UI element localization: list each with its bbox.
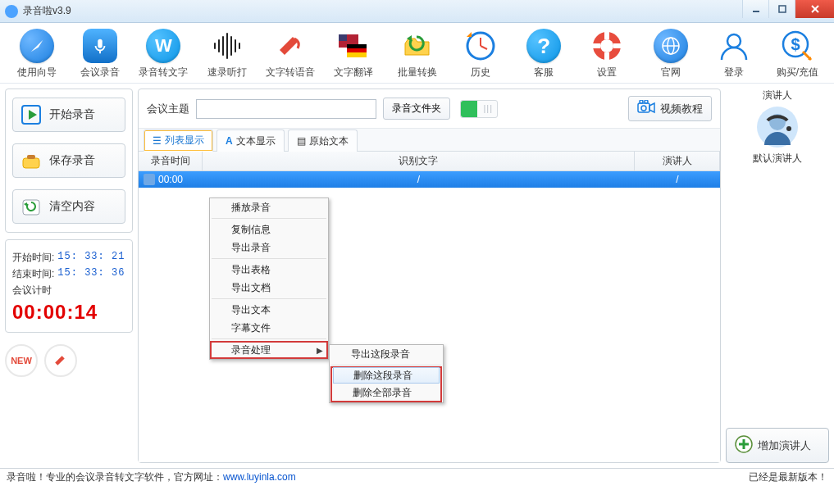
tool-settings[interactable]: 设置 bbox=[576, 26, 639, 81]
minimize-button[interactable] bbox=[742, 0, 768, 18]
ctx-export-segment[interactable]: 导出这段录音 bbox=[330, 345, 443, 363]
status-bar: 录音啦！专业的会议录音转文字软件，官方网址：www.luyinla.com 已经… bbox=[0, 468, 834, 486]
tool-guide[interactable]: 使用向导 bbox=[5, 26, 68, 81]
svg-rect-41 bbox=[27, 155, 35, 159]
main-toolbar: 使用向导 会议录音 W 录音转文字 速录听打 文字转语音 文字翻译 批量转换 历… bbox=[0, 23, 834, 84]
speaker-name: 默认演讲人 bbox=[726, 152, 829, 166]
context-submenu[interactable]: 导出这段录音 删除这段录音 删除全部录音 bbox=[329, 344, 444, 403]
svg-point-48 bbox=[641, 106, 646, 111]
ctx-export-text[interactable]: 导出文本 bbox=[210, 301, 328, 319]
megaphone-icon bbox=[272, 28, 308, 64]
clock-icon bbox=[463, 28, 499, 64]
speaker-avatar[interactable] bbox=[756, 106, 799, 148]
tool-support[interactable]: ? 客服 bbox=[513, 26, 576, 81]
ctx-copy[interactable]: 复制信息 bbox=[210, 220, 328, 238]
dollar-icon: $ bbox=[779, 28, 815, 64]
svg-rect-30 bbox=[613, 43, 622, 48]
svg-rect-27 bbox=[604, 31, 609, 39]
list-icon: ☰ bbox=[153, 135, 162, 147]
soundwave-icon bbox=[209, 28, 245, 64]
svg-marker-44 bbox=[55, 356, 65, 366]
subject-input[interactable] bbox=[196, 99, 376, 119]
context-menu[interactable]: 播放录音 复制信息 导出录音 导出表格 导出文档 导出文本 字幕文件 录音处理▶ bbox=[209, 198, 329, 360]
svg-line-3 bbox=[812, 6, 818, 12]
svg-rect-40 bbox=[23, 158, 39, 168]
title-bar: 录音啦v3.9 bbox=[0, 0, 834, 23]
announce-icon[interactable] bbox=[44, 344, 77, 377]
save-record-button[interactable]: 保存录音 bbox=[12, 143, 125, 178]
svg-point-46 bbox=[640, 100, 643, 103]
svg-point-26 bbox=[600, 39, 613, 52]
tool-history[interactable]: 历史 bbox=[449, 26, 512, 81]
doc-icon: ▤ bbox=[297, 135, 306, 147]
tab-raw[interactable]: ▤原始文本 bbox=[288, 129, 358, 152]
app-icon bbox=[5, 5, 18, 18]
status-version: 已经是最新版本！ bbox=[749, 470, 827, 484]
tool-translate[interactable]: 文字翻译 bbox=[322, 26, 385, 81]
flags-icon bbox=[335, 28, 371, 64]
tool-buy[interactable]: $ 购买/充值 bbox=[766, 26, 829, 81]
grid-header: 录音时间 识别文字 演讲人 bbox=[139, 152, 720, 171]
ctx-export-audio[interactable]: 导出录音 bbox=[210, 238, 328, 257]
start-record-button[interactable]: 开始录音 bbox=[12, 98, 125, 132]
briefcase-icon bbox=[20, 149, 43, 172]
toggle-switch[interactable]: ||| bbox=[460, 100, 498, 118]
plus-icon bbox=[735, 435, 753, 456]
view-tabs: ☰列表显示 A文本显示 ▤原始文本 bbox=[139, 129, 720, 152]
user-icon bbox=[716, 28, 752, 64]
svg-point-52 bbox=[786, 126, 791, 131]
tab-text[interactable]: A文本显示 bbox=[216, 129, 285, 152]
bottom-left-icons: NEW bbox=[5, 339, 133, 382]
svg-marker-49 bbox=[649, 103, 654, 112]
speakers-title: 演讲人 bbox=[726, 89, 829, 102]
svg-rect-16 bbox=[339, 34, 347, 41]
timer-label: 会议计时 bbox=[12, 284, 125, 297]
end-time-row: 结束时间:15: 33: 36 bbox=[12, 267, 125, 281]
tool-record-meeting[interactable]: 会议录音 bbox=[68, 26, 131, 81]
subject-label: 会议主题 bbox=[147, 102, 189, 116]
start-time-row: 开始时间:15: 33: 21 bbox=[12, 251, 125, 265]
tool-tts[interactable]: 文字转语音 bbox=[258, 26, 321, 81]
svg-rect-1 bbox=[779, 6, 786, 12]
ctx-subtitle[interactable]: 字幕文件 bbox=[210, 319, 328, 337]
add-speaker-button[interactable]: 增加演讲人 bbox=[726, 428, 829, 463]
play-icon bbox=[20, 103, 43, 126]
camera-icon bbox=[637, 100, 655, 117]
tool-website[interactable]: 官网 bbox=[639, 26, 702, 81]
tool-batch[interactable]: 批量转换 bbox=[385, 26, 449, 81]
ctx-export-table[interactable]: 导出表格 bbox=[210, 261, 328, 279]
tool-audio-to-text[interactable]: W 录音转文字 bbox=[132, 26, 195, 81]
svg-rect-18 bbox=[347, 48, 367, 52]
tab-list[interactable]: ☰列表显示 bbox=[144, 129, 213, 152]
svg-marker-24 bbox=[467, 32, 472, 37]
ctx-delete-all[interactable]: 删除全部录音 bbox=[331, 384, 441, 402]
ctx-play[interactable]: 播放录音 bbox=[210, 198, 328, 216]
ctx-process[interactable]: 录音处理▶ bbox=[210, 341, 328, 359]
tool-fast-listen[interactable]: 速录听打 bbox=[195, 26, 258, 81]
tool-login[interactable]: 登录 bbox=[702, 26, 765, 81]
maximize-button[interactable] bbox=[768, 0, 795, 18]
folder-refresh-icon bbox=[399, 28, 435, 64]
close-button[interactable] bbox=[795, 0, 834, 18]
svg-rect-28 bbox=[604, 52, 609, 61]
svg-marker-39 bbox=[29, 110, 37, 120]
svg-marker-4 bbox=[30, 40, 43, 52]
timer-value: 00:00:14 bbox=[12, 301, 125, 324]
video-tutorial-button[interactable]: 视频教程 bbox=[628, 96, 712, 121]
ctx-delete-segment[interactable]: 删除这段录音 bbox=[333, 367, 440, 384]
table-row[interactable]: 00:00 / / bbox=[139, 171, 720, 188]
svg-point-47 bbox=[645, 100, 648, 103]
row-mic-icon bbox=[144, 174, 155, 185]
folder-button[interactable]: 录音文件夹 bbox=[383, 98, 450, 120]
status-url[interactable]: www.luyinla.com bbox=[223, 471, 296, 483]
svg-point-34 bbox=[727, 34, 741, 48]
lifebuoy-icon bbox=[589, 28, 625, 64]
new-badge-icon[interactable]: NEW bbox=[5, 344, 38, 377]
status-text: 录音啦！专业的会议录音转文字软件，官方网址：www.luyinla.com bbox=[7, 470, 296, 484]
recycle-icon bbox=[20, 195, 43, 218]
svg-rect-29 bbox=[592, 43, 600, 48]
clear-button[interactable]: 清空内容 bbox=[12, 189, 125, 224]
ctx-export-doc[interactable]: 导出文档 bbox=[210, 279, 328, 297]
window-title: 录音啦v3.9 bbox=[23, 4, 71, 18]
svg-rect-19 bbox=[347, 52, 367, 57]
